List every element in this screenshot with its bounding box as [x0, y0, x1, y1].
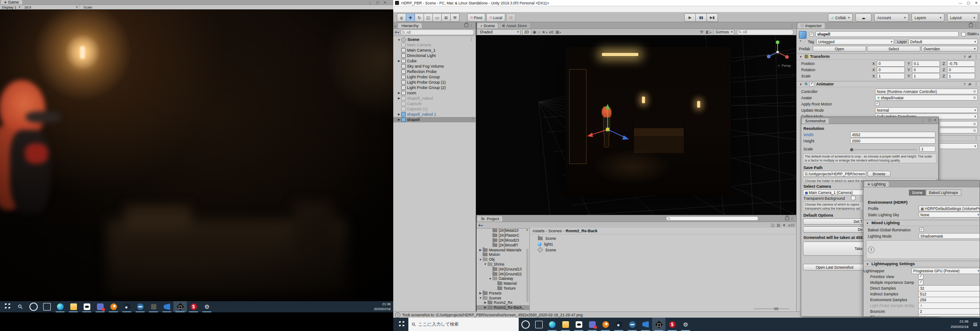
transform-header[interactable]: ▼ Transform ? ⇄ ⋮: [797, 53, 980, 60]
hierarchy-item[interactable]: Sky and Fog Volume: [393, 64, 476, 69]
scene-options-icon[interactable]: ⋮: [469, 37, 473, 41]
transparent-background-checkbox[interactable]: [851, 196, 855, 200]
start-button[interactable]: [0, 301, 13, 312]
project-tree-item[interactable]: ▼ Shrine: [476, 262, 529, 267]
lock-icon[interactable]: [464, 24, 468, 28]
unity-taskbar-icon[interactable]: [652, 318, 665, 331]
scale-field[interactable]: 1: [920, 146, 936, 152]
breadcrumb-current[interactable]: Room2_Re-Back: [565, 229, 597, 233]
lighting-tab-scene[interactable]: Scene: [909, 190, 926, 196]
close-icon[interactable]: ✕: [934, 118, 936, 122]
project-tree-item[interactable]: Material: [476, 281, 529, 286]
object-name-field[interactable]: shapell: [815, 31, 959, 37]
account-dropdown[interactable]: Account: [874, 13, 909, 22]
active-checkbox[interactable]: [809, 32, 814, 36]
camera-dropdown[interactable]: ◧▾: [706, 30, 711, 34]
breadcrumb-assets[interactable]: Assets: [532, 229, 544, 233]
lighting-setting-row[interactable]: Direct Samples 32: [863, 285, 980, 291]
scroll-up-icon[interactable]: ▲: [526, 228, 528, 231]
tab-screenshot[interactable]: Screenshot: [802, 118, 829, 124]
discord-icon[interactable]: [93, 301, 107, 312]
layer-dropdown[interactable]: Default: [908, 39, 978, 44]
static-dropdown[interactable]: Static▾: [967, 32, 979, 36]
2d-toggle[interactable]: 2D: [522, 29, 531, 35]
lightmapping-settings-header[interactable]: ▼Lightmapping Settings: [863, 261, 980, 267]
tab-scene[interactable]: #Scene: [477, 23, 498, 28]
animator-header[interactable]: ▼ ⧉ Animator ? ⇄ ⋮: [797, 81, 980, 87]
width-label[interactable]: Width: [803, 133, 814, 137]
menu-item[interactable]: [406, 6, 412, 12]
move-tool[interactable]: ✚: [406, 13, 415, 22]
hierarchy-item[interactable]: Main Camera: [393, 42, 476, 48]
app-icon[interactable]: [147, 301, 160, 312]
save-path-field[interactable]: G:/unityprojects/HDRP_PBR/screen: [803, 171, 866, 177]
mixed-lighting-header[interactable]: ▼Mixed Lighting: [863, 220, 980, 226]
lighting-setting-row[interactable]: Multiple Importance Samp: [863, 279, 980, 285]
window-menu-icon[interactable]: ⋮: [921, 118, 925, 123]
project-tree-item[interactable]: [2K]PlasterC: [476, 233, 529, 238]
game-window-close-icon[interactable]: ✕: [383, 1, 386, 4]
unity-titlebar[interactable]: HDRP_PBR - Scene - PC, Mac & Linux Stand…: [393, 0, 980, 6]
menu-item[interactable]: [437, 6, 443, 12]
local-toggle[interactable]: ⟐Local: [486, 13, 505, 22]
hierarchy-item[interactable]: Light Probe Group (1): [393, 80, 476, 85]
avatar-field[interactable]: ✳shapellAvatar: [875, 95, 978, 101]
pause-button[interactable]: ▮▮: [696, 13, 707, 22]
project-tree-item[interactable]: [4K]Ground22: [476, 271, 529, 276]
project-file[interactable]: light1: [536, 241, 796, 247]
project-tree-item[interactable]: ▼ Obj: [476, 257, 529, 262]
task-view-button[interactable]: [532, 318, 545, 331]
scene-audio-toggle[interactable]: ♪: [538, 30, 540, 34]
edge-icon[interactable]: [545, 318, 559, 331]
project-tree-scrollbar[interactable]: [526, 249, 528, 302]
hierarchy-item[interactable]: ▶ Cube: [393, 58, 476, 64]
project-file[interactable]: Scene: [536, 247, 796, 253]
steam-icon[interactable]: [612, 318, 625, 331]
tree-more-icon[interactable]: ▾: [522, 307, 524, 310]
persp-label[interactable]: Persp: [782, 64, 791, 68]
maximize-icon[interactable]: ▢: [928, 118, 931, 122]
menu-item[interactable]: [443, 6, 449, 12]
static-sky-dropdown[interactable]: None: [919, 212, 980, 218]
settings-icon[interactable]: ⚙: [679, 318, 692, 331]
lighting-setting-row[interactable]: Filtering Auto: [863, 314, 980, 317]
panel-options-icon[interactable]: ⋮: [469, 23, 473, 28]
effects-dropdown[interactable]: ★▾: [542, 30, 547, 34]
add-asset-button[interactable]: +▾: [478, 223, 483, 228]
menu-item[interactable]: [449, 6, 456, 12]
start-button[interactable]: [393, 318, 408, 331]
add-object-button[interactable]: +▾: [395, 30, 399, 35]
hand-tool[interactable]: ψ: [397, 13, 406, 22]
panel-options-icon[interactable]: ⋮: [790, 216, 794, 221]
controller-field[interactable]: None (Runtime Animator Controller): [875, 89, 978, 94]
transform-tool[interactable]: ⊞: [442, 13, 451, 22]
shading-mode-dropdown[interactable]: Shaded: [478, 29, 520, 35]
lighting-setting-row[interactable]: Prioritize View: [863, 274, 980, 279]
project-tree-item[interactable]: Texture: [476, 286, 529, 291]
hierarchy-item[interactable]: Capsule (1): [393, 106, 476, 112]
lighting-mode-dropdown[interactable]: Shadowmask: [919, 233, 980, 239]
scene-search-input[interactable]: ⚲ All: [737, 29, 794, 35]
tab-project[interactable]: Project: [477, 216, 502, 222]
tab-hierarchy[interactable]: Hierarchy: [398, 23, 422, 28]
steamvr-icon[interactable]: $: [187, 301, 200, 312]
project-tree-item[interactable]: ▶ Room2_Re: [476, 300, 529, 305]
hierarchy-item[interactable]: Main Camera_1: [393, 48, 476, 53]
edge-icon[interactable]: [53, 301, 67, 312]
lighting-setting-row[interactable]: Environment Samples 256: [863, 297, 980, 303]
gizmos-dropdown[interactable]: Gizmos: [714, 29, 734, 35]
z-field[interactable]: -0.75: [947, 61, 975, 67]
project-tree-item[interactable]: [4K]Ground13: [476, 266, 529, 271]
file-explorer-icon[interactable]: [67, 301, 80, 312]
hierarchy-item[interactable]: ▼ Scene: [393, 37, 476, 42]
apply-root-motion-checkbox[interactable]: [875, 101, 879, 106]
scale-slider[interactable]: [850, 149, 917, 150]
panel-menu-icon[interactable]: ≡: [394, 24, 396, 28]
cortana-button[interactable]: [519, 318, 532, 331]
play-button[interactable]: ▶: [684, 13, 696, 22]
game-window-maximize-icon[interactable]: ▢: [376, 1, 379, 4]
component-icons[interactable]: ? ⇄ ⋮: [964, 82, 979, 86]
scale-tool[interactable]: ◱: [424, 13, 433, 22]
close-icon[interactable]: ✕: [975, 1, 978, 5]
project-tree-item[interactable]: ▶ Room2_Re-Back: [476, 305, 529, 310]
